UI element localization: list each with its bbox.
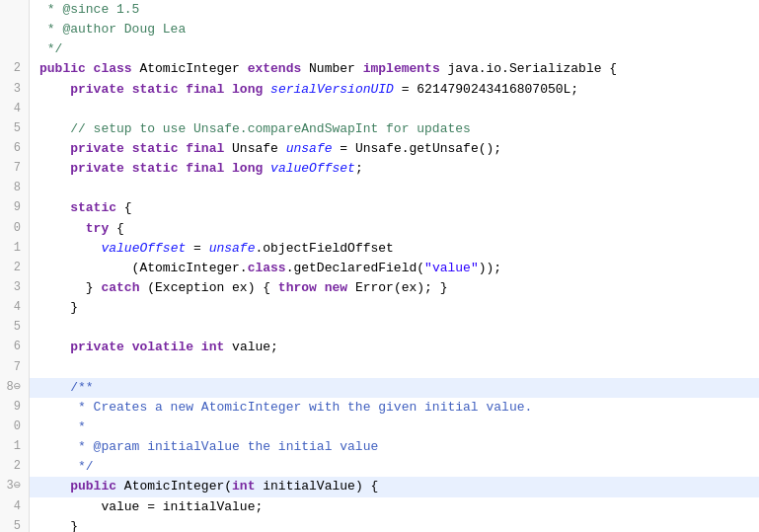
- line-number: [0, 20, 30, 39]
- token: static: [132, 141, 187, 156]
- token: private: [70, 82, 131, 97]
- token: }: [39, 280, 101, 295]
- token: * Creates a new AtomicInteger with the g…: [39, 400, 532, 415]
- token: int: [232, 479, 263, 494]
- token: public: [70, 479, 124, 494]
- code-line: 4 value = initialValue;: [0, 497, 759, 517]
- code-editor: * @since 1.5 * @author Doug Lea */2publi…: [0, 0, 759, 532]
- token: initialValue) {: [263, 479, 378, 494]
- token: ));: [479, 261, 501, 275]
- line-text: (AtomicInteger.class.getDeclaredField("v…: [30, 259, 759, 278]
- line-number: 5: [0, 119, 30, 139]
- code-line: */: [0, 39, 759, 59]
- token: [39, 221, 86, 236]
- line-number: 1: [0, 437, 30, 457]
- token: .getDeclaredField(: [286, 261, 424, 275]
- token: (AtomicInteger.: [39, 261, 248, 275]
- token: unsafe: [209, 241, 256, 256]
- token: * @param initialValue the initial value: [39, 439, 378, 454]
- token: serialVersionUID: [270, 82, 394, 97]
- code-line: 9 static {: [0, 198, 759, 218]
- line-number: 2: [0, 457, 30, 477]
- token: catch: [101, 280, 147, 295]
- line-text: [30, 358, 759, 378]
- token: value;: [232, 340, 278, 354]
- token: = 6214790243416807050L;: [394, 82, 578, 97]
- code-line: 1 * @param initialValue the initial valu…: [0, 437, 759, 457]
- line-number: [0, 39, 30, 59]
- code-line: * @author Doug Lea: [0, 20, 759, 39]
- token: static: [70, 200, 124, 215]
- line-number: 8⊖: [0, 378, 30, 398]
- line-number: 7: [0, 159, 30, 179]
- token: unsafe: [286, 141, 333, 156]
- token: private: [70, 141, 131, 156]
- line-text: try {: [30, 219, 759, 239]
- token: AtomicInteger(: [124, 479, 232, 494]
- code-line: 2 (AtomicInteger.class.getDeclaredField(…: [0, 259, 759, 278]
- code-line: 2 */: [0, 457, 759, 477]
- line-number: 9: [0, 398, 30, 418]
- token: /**: [39, 380, 94, 395]
- line-number: 6: [0, 139, 30, 159]
- token: final: [186, 141, 232, 156]
- token: throw: [278, 280, 325, 295]
- token: valueOffset: [101, 241, 186, 256]
- line-number: 9: [0, 198, 30, 218]
- token: [39, 241, 101, 256]
- code-line: 7 private static final long valueOffset;: [0, 159, 759, 179]
- token: [39, 479, 70, 494]
- line-number: 4: [0, 497, 30, 517]
- token: class: [94, 61, 140, 76]
- token: [39, 141, 70, 156]
- code-line: 0 try {: [0, 219, 759, 239]
- token: ;: [355, 161, 363, 176]
- token: private: [70, 161, 131, 176]
- token: static: [132, 82, 187, 97]
- line-text: static {: [30, 198, 759, 218]
- line-number: 4: [0, 100, 30, 119]
- line-number: 4: [0, 298, 30, 318]
- line-text: }: [30, 298, 759, 318]
- code-line: 4: [0, 100, 759, 119]
- code-line: 2public class AtomicInteger extends Numb…: [0, 59, 759, 79]
- token: */: [39, 459, 94, 474]
- line-number: 1: [0, 239, 30, 259]
- code-line: 9 * Creates a new AtomicInteger with the…: [0, 398, 759, 418]
- token: final: [186, 82, 232, 97]
- line-text: * @since 1.5: [30, 0, 759, 20]
- token: int: [201, 340, 232, 354]
- token: {: [124, 200, 132, 215]
- token: valueOffset: [270, 161, 355, 176]
- token: {: [116, 221, 124, 236]
- token: Number: [309, 61, 363, 76]
- line-number: 3: [0, 278, 30, 298]
- line-text: public class AtomicInteger extends Numbe…: [30, 59, 759, 79]
- token: AtomicInteger: [139, 61, 247, 76]
- token: *: [39, 419, 86, 434]
- token: volatile: [132, 340, 201, 354]
- code-content: * @since 1.5 * @author Doug Lea */2publi…: [0, 0, 759, 532]
- line-text: /**: [30, 378, 759, 398]
- token: }: [39, 519, 78, 532]
- token: [39, 82, 70, 97]
- line-number: 5: [0, 517, 30, 532]
- code-line: 0 *: [0, 418, 759, 437]
- line-text: [30, 100, 759, 119]
- line-text: private static final Unsafe unsafe = Uns…: [30, 139, 759, 159]
- code-line: 6 private volatile int value;: [0, 338, 759, 357]
- token: .objectFieldOffset: [255, 241, 393, 256]
- token: long: [232, 82, 270, 97]
- token: extends: [248, 61, 309, 76]
- code-line: 1 valueOffset = unsafe.objectFieldOffset: [0, 239, 759, 259]
- token: [39, 161, 70, 176]
- line-text: [30, 179, 759, 198]
- token: =: [186, 241, 208, 256]
- token: (Exception ex) {: [147, 280, 278, 295]
- token: class: [248, 261, 286, 275]
- line-text: valueOffset = unsafe.objectFieldOffset: [30, 239, 759, 259]
- line-number: 2: [0, 59, 30, 79]
- line-text: */: [30, 457, 759, 477]
- token: static: [132, 161, 187, 176]
- token: value = initialValue;: [39, 499, 263, 514]
